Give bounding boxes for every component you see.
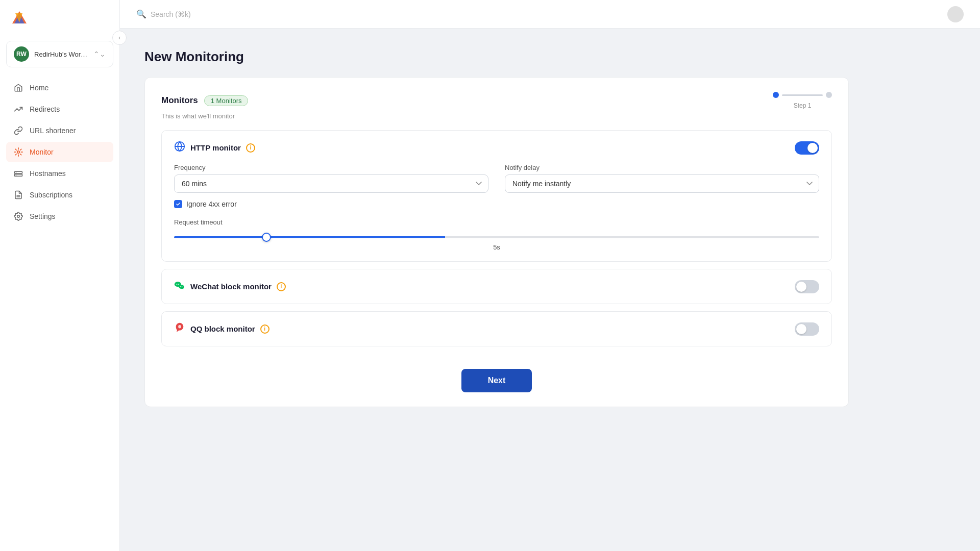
sidebar-item-subscriptions-label: Subscriptions (30, 191, 72, 199)
step-indicator: Step 1 (773, 92, 832, 109)
url-shortener-icon (13, 126, 23, 136)
monitoring-card: Monitors 1 Monitors Step 1 This is what … (144, 77, 849, 407)
wechat-icon (174, 280, 185, 293)
frequency-group: Frequency 60 mins (174, 164, 488, 193)
http-monitor-name: HTTP monitor (190, 143, 241, 152)
request-timeout-slider[interactable] (174, 236, 819, 238)
sidebar-item-home[interactable]: Home (6, 78, 113, 98)
sidebar-item-url-shortener-label: URL shortener (30, 127, 76, 135)
svg-point-10 (17, 215, 20, 218)
qq-icon (174, 322, 185, 336)
sidebar-item-home-label: Home (30, 84, 48, 92)
search-placeholder: Search (⌘k) (151, 10, 191, 18)
ignore-4xx-row: Ignore 4xx error (174, 200, 819, 208)
card-header: Monitors 1 Monitors Step 1 (161, 92, 832, 109)
svg-point-3 (17, 151, 20, 154)
sidebar-item-redirects-label: Redirects (30, 105, 60, 113)
logo-area (0, 0, 119, 37)
workspace-name: RedirHub's Works... (34, 51, 88, 58)
search-icon: 🔍 (136, 9, 146, 19)
qq-monitor-toggle-thumb (796, 324, 806, 334)
step-2-dot (826, 92, 832, 98)
workspace-selector[interactable]: RW RedirHub's Works... ⌃⌄ (6, 41, 113, 67)
sidebar-item-subscriptions[interactable]: Subscriptions (6, 185, 113, 205)
qq-monitor-toggle[interactable] (795, 322, 819, 336)
sidebar-item-hostnames-label: Hostnames (30, 169, 66, 178)
svg-point-15 (180, 286, 181, 287)
notify-delay-select[interactable]: Notify me instantly (505, 174, 819, 193)
nav-menu: Home Redirects URL shortener (0, 76, 119, 229)
svg-point-14 (178, 284, 179, 285)
notify-delay-label: Notify delay (505, 164, 819, 171)
qq-monitor-block: QQ block monitor i (161, 311, 832, 346)
user-avatar[interactable] (947, 6, 964, 22)
http-monitor-fields: Frequency 60 mins Notify delay Notify me… (174, 164, 819, 193)
http-monitor-header: HTTP monitor i (174, 141, 819, 155)
monitors-section-title: Monitors (161, 95, 198, 106)
http-monitor-globe-icon (174, 141, 185, 155)
step-label: Step 1 (794, 102, 812, 109)
http-monitor-toggle[interactable] (795, 141, 819, 155)
request-timeout-label: Request timeout (174, 218, 819, 226)
wechat-monitor-name: WeChat block monitor (190, 282, 272, 291)
sidebar-item-hostnames[interactable]: Hostnames (6, 163, 113, 184)
qq-monitor-name: QQ block monitor (190, 324, 255, 333)
notify-delay-group: Notify delay Notify me instantly (505, 164, 819, 193)
request-timeout-section: Request timeout 5s (174, 218, 819, 251)
qq-monitor-header: QQ block monitor i (174, 322, 819, 336)
http-monitor-block: HTTP monitor i Frequency 60 mins (161, 130, 832, 262)
qq-monitor-info-icon[interactable]: i (260, 324, 270, 334)
step-1-dot (773, 92, 779, 98)
frequency-label: Frequency (174, 164, 488, 171)
workspace-avatar: RW (14, 46, 29, 62)
card-header-left: Monitors 1 Monitors (161, 95, 248, 106)
wechat-monitor-info-icon[interactable]: i (277, 282, 286, 291)
http-monitor-toggle-thumb (807, 143, 818, 153)
http-monitor-title: HTTP monitor i (174, 141, 255, 155)
sidebar-item-monitor[interactable]: Monitor (6, 142, 113, 162)
step-dots (773, 92, 832, 98)
workspace-chevron-icon: ⌃⌄ (93, 50, 106, 58)
collapse-sidebar-button[interactable]: ‹ (112, 31, 127, 45)
qq-monitor-title: QQ block monitor i (174, 322, 270, 336)
main-content: 🔍 Search (⌘k) New Monitoring Monitors 1 … (120, 0, 980, 551)
sidebar-item-settings[interactable]: Settings (6, 206, 113, 227)
sidebar-item-redirects[interactable]: Redirects (6, 99, 113, 119)
frequency-select[interactable]: 60 mins (174, 174, 488, 193)
card-subtitle: This is what we'll monitor (161, 112, 832, 120)
monitors-badge: 1 Monitors (204, 95, 249, 106)
request-timeout-value: 5s (174, 243, 819, 251)
page-title: New Monitoring (144, 49, 955, 65)
header: 🔍 Search (⌘k) (120, 0, 980, 29)
button-row: Next (161, 355, 832, 392)
wechat-monitor-block: WeChat block monitor i (161, 269, 832, 304)
wechat-monitor-toggle-thumb (796, 282, 806, 292)
next-button[interactable]: Next (461, 369, 532, 392)
page-content: New Monitoring Monitors 1 Monitors Step … (120, 29, 980, 551)
search-bar[interactable]: 🔍 Search (⌘k) (136, 9, 191, 19)
monitor-icon (13, 147, 23, 157)
settings-icon (13, 211, 23, 221)
svg-point-17 (178, 325, 181, 328)
svg-point-16 (182, 286, 182, 287)
sidebar-item-settings-label: Settings (30, 212, 56, 220)
hostnames-icon (13, 168, 23, 179)
ignore-4xx-checkbox[interactable] (174, 200, 182, 208)
home-icon (13, 83, 23, 93)
http-monitor-info-icon[interactable]: i (246, 143, 255, 153)
sidebar-item-monitor-label: Monitor (30, 148, 54, 156)
svg-point-13 (177, 284, 178, 285)
sidebar-item-url-shortener[interactable]: URL shortener (6, 120, 113, 141)
sidebar: RW RedirHub's Works... ⌃⌄ Home Redirects (0, 0, 120, 551)
wechat-monitor-header: WeChat block monitor i (174, 280, 819, 293)
redirects-icon (13, 104, 23, 114)
app-logo (10, 9, 29, 28)
header-right (947, 6, 964, 22)
wechat-monitor-toggle[interactable] (795, 280, 819, 293)
wechat-monitor-title: WeChat block monitor i (174, 280, 286, 293)
ignore-4xx-label: Ignore 4xx error (186, 200, 237, 208)
step-line (782, 94, 823, 96)
subscriptions-icon (13, 190, 23, 200)
